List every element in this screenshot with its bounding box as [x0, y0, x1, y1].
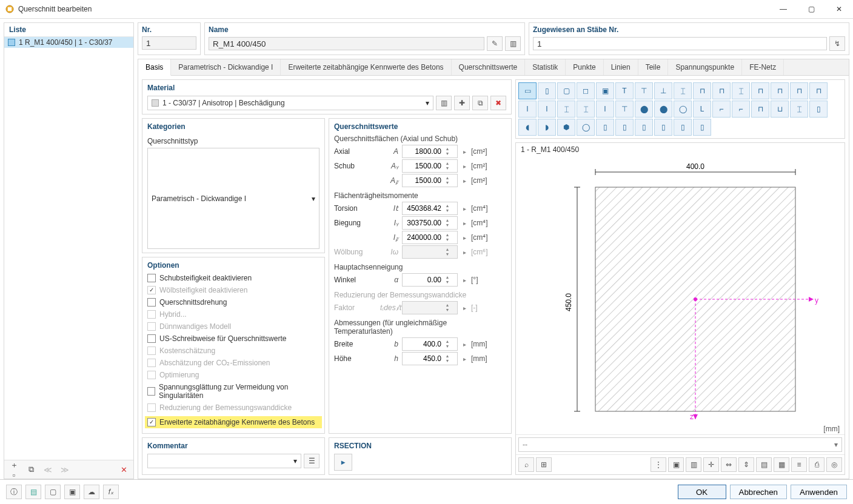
spin-down-icon[interactable]: ▼: [444, 166, 451, 171]
spin-up-icon[interactable]: ▲: [444, 161, 451, 166]
shape-button[interactable]: ▯: [693, 119, 711, 136]
chevron-right-icon[interactable]: ▸: [461, 277, 467, 284]
shape-button[interactable]: ⬢: [557, 119, 575, 136]
shape-button[interactable]: L: [693, 101, 711, 118]
status-tool-button[interactable]: fₓ: [103, 485, 119, 499]
value-input[interactable]: ▲▼: [402, 202, 458, 215]
status-tool-button[interactable]: ▤: [25, 485, 41, 499]
value-input[interactable]: ▲▼: [402, 159, 458, 173]
pv-tool-button[interactable]: ▤: [756, 457, 772, 472]
library-button[interactable]: ▥: [505, 36, 521, 51]
shape-button[interactable]: ▯: [809, 101, 828, 118]
shape-button[interactable]: ⊓: [751, 101, 769, 118]
spin-down-icon[interactable]: ▼: [444, 181, 451, 185]
tab-statistik[interactable]: Statistik: [525, 59, 566, 75]
list-next-button[interactable]: ≫: [58, 463, 72, 476]
value-input[interactable]: ▲▼: [402, 231, 458, 244]
shape-button[interactable]: ⌶: [577, 101, 595, 118]
pv-tool-button[interactable]: ⇔: [721, 457, 737, 472]
option-row[interactable]: US-Schreibweise für Querschnittswerte: [147, 334, 319, 343]
shape-button[interactable]: ▯: [654, 119, 672, 136]
shape-button[interactable]: ▯: [596, 119, 614, 136]
spin-up-icon[interactable]: ▲: [444, 218, 451, 223]
shape-button[interactable]: ⬤: [654, 101, 672, 118]
shape-button[interactable]: ⊓: [693, 82, 711, 99]
list-new-button[interactable]: ＋▫: [7, 463, 21, 476]
option-row[interactable]: Schubsteifigkeit deaktivieren: [147, 273, 319, 283]
pv-tool-button[interactable]: ✛: [703, 457, 719, 472]
shape-button[interactable]: ⌶: [790, 101, 808, 118]
shape-button[interactable]: ◻: [577, 82, 595, 99]
spin-down-icon[interactable]: ▼: [444, 151, 451, 156]
material-duplicate-button[interactable]: ⧉: [472, 96, 488, 110]
shape-button[interactable]: ⊓: [712, 82, 731, 99]
shape-button[interactable]: ⌶: [674, 82, 692, 99]
pv-tool-button[interactable]: ⊞: [536, 457, 552, 472]
chevron-right-icon[interactable]: ▸: [461, 220, 467, 227]
minimize-button[interactable]: —: [769, 0, 797, 18]
shape-button[interactable]: ⊓: [771, 82, 789, 99]
shape-button[interactable]: ▯: [635, 119, 653, 136]
checkbox[interactable]: [147, 334, 156, 343]
pv-tool-button[interactable]: ▣: [668, 457, 684, 472]
chevron-right-icon[interactable]: ▸: [461, 148, 467, 155]
rsection-button[interactable]: ▸: [334, 454, 352, 471]
spin-up-icon[interactable]: ▲: [444, 147, 451, 151]
pv-tool-button[interactable]: ▦: [774, 457, 789, 472]
shape-button[interactable]: ▯: [615, 119, 634, 136]
checkbox[interactable]: [147, 418, 156, 426]
list-delete-button[interactable]: ✕: [116, 463, 131, 476]
tab-punkte[interactable]: Punkte: [566, 59, 603, 75]
shape-button[interactable]: ⊥: [654, 82, 672, 99]
shape-button[interactable]: ⌶: [732, 82, 750, 99]
pv-tool-button[interactable]: ⇕: [738, 457, 754, 472]
shape-button[interactable]: ◗: [538, 119, 556, 136]
pv-tool-button[interactable]: ⌕: [518, 457, 534, 472]
value-input[interactable]: ▲▼: [402, 352, 458, 365]
shape-button[interactable]: ▢: [557, 82, 575, 99]
spin-up-icon[interactable]: ▲: [444, 204, 451, 208]
spin-up-icon[interactable]: ▲: [444, 176, 451, 181]
shape-button[interactable]: ▭: [518, 82, 537, 99]
status-tool-button[interactable]: ▣: [64, 485, 80, 499]
spin-up-icon[interactable]: ▲: [444, 275, 451, 280]
list-duplicate-button[interactable]: ⧉: [24, 463, 38, 476]
shape-button[interactable]: T: [615, 82, 634, 99]
option-row[interactable]: Spannungsglättung zur Vermeidung von Sin…: [147, 382, 319, 400]
value-input[interactable]: ▲▼: [402, 273, 458, 287]
cancel-button[interactable]: Abbrechen: [730, 485, 787, 499]
status-tool-button[interactable]: ⓘ: [6, 485, 22, 499]
shape-button[interactable]: ⊔: [771, 101, 789, 118]
material-library-button[interactable]: ▥: [436, 96, 452, 110]
tab-basis[interactable]: Basis: [138, 59, 171, 76]
chevron-right-icon[interactable]: ▸: [461, 341, 467, 348]
spin-down-icon[interactable]: ▼: [444, 223, 451, 228]
comment-input[interactable]: ▾: [147, 454, 301, 468]
close-button[interactable]: ✕: [825, 0, 853, 18]
value-input[interactable]: ▲▼: [402, 337, 458, 351]
option-row[interactable]: Erweiterte zeitabhängige Kennwerte des B…: [145, 416, 322, 428]
pv-tool-button[interactable]: ▥: [686, 457, 701, 472]
assign-input[interactable]: [533, 37, 827, 50]
list-item[interactable]: 1 R_M1 400/450 | 1 - C30/37: [4, 37, 133, 48]
tab-querschnittswerte[interactable]: Querschnittswerte: [452, 59, 526, 75]
tab-fe-netz[interactable]: FE-Netz: [742, 59, 784, 75]
shape-button[interactable]: I: [538, 101, 556, 118]
chevron-right-icon[interactable]: ▸: [461, 234, 467, 241]
spin-down-icon[interactable]: ▼: [444, 237, 451, 242]
tab-erweiterte-zeitabh-ngige-kennwerte-des-betons[interactable]: Erweiterte zeitabhängige Kennwerte des B…: [281, 59, 451, 75]
preview-mode-select[interactable]: -- ▾: [518, 437, 842, 452]
chevron-right-icon[interactable]: ▸: [461, 177, 467, 184]
ok-button[interactable]: OK: [678, 485, 726, 499]
shape-button[interactable]: ⊓: [751, 82, 769, 99]
spin-down-icon[interactable]: ▼: [444, 208, 451, 213]
shape-button[interactable]: ▯: [674, 119, 692, 136]
pick-members-button[interactable]: ↯: [829, 36, 845, 51]
edit-name-button[interactable]: ✎: [487, 36, 503, 51]
checkbox[interactable]: [147, 274, 156, 282]
tab-parametrisch-dickwandige-i[interactable]: Parametrisch - Dickwandige I: [171, 59, 281, 75]
shape-button[interactable]: ◖: [518, 119, 537, 136]
value-input[interactable]: ▲▼: [402, 174, 458, 187]
value-input[interactable]: ▲▼: [402, 216, 458, 230]
status-tool-button[interactable]: ☁: [84, 485, 99, 499]
